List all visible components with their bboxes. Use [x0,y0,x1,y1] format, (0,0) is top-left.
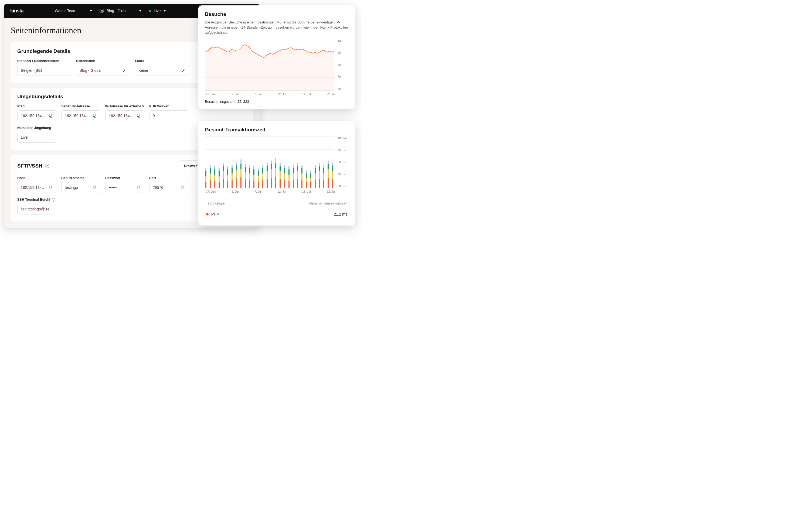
envname-label: Name der Umgebung [17,126,56,130]
bar [236,162,237,188]
chevron-down-icon [139,10,142,12]
bar [306,170,307,188]
bar [284,165,285,188]
bar [323,165,324,188]
help-icon[interactable]: ? [45,164,50,168]
help-icon[interactable]: ? [52,198,55,202]
y-tick: 60 ms [338,185,349,188]
location-field: Standort / Rechenzentrum Belgien (BE) [17,59,71,76]
sitename-edit[interactable]: Blog - Global [76,65,130,76]
visits-y-axis: 100 90 80 70 60 [337,39,349,90]
svg-rect-9 [93,186,95,188]
bar [231,165,232,188]
status-dot-icon [149,10,151,12]
trans-y-axis: 100 ms 90 ms 80 ms 70 ms 60 ms [337,136,349,188]
bar [258,168,259,188]
sitename-label: Seitenname [76,59,130,63]
sitename-field: Seitenname Blog - Global [76,59,130,76]
sitename-value: Blog - Global [80,68,101,73]
label-edit[interactable]: Keine [135,65,189,76]
port-label: Port [149,176,188,180]
team-selector[interactable]: Wetter-Team [55,8,92,13]
trans-x-axis: 27. Jun 2. Jul 7. Jul 12. Jul 17. Jul 22… [205,188,349,193]
label-field: Label Keine [135,59,189,76]
x-tick: 27. Jun [206,93,215,96]
workers-label: PHP Worker [149,104,188,108]
user-copy[interactable]: testingo [61,182,100,193]
copy-icon [136,114,141,118]
svg-rect-3 [93,114,95,116]
bar [267,163,268,188]
port-value: 29576 [153,185,163,190]
user-label: Benutzername [61,176,100,180]
copy-icon [49,114,53,118]
host-copy[interactable]: 162.159.134.42 [17,182,56,193]
label-label: Label [135,59,189,63]
bar [327,160,328,188]
brand-logo: kinsta [10,8,23,14]
bar [319,163,320,188]
svg-rect-11 [137,186,139,188]
legend-col-time: Gesamt-Transaktionszeit [308,201,347,205]
port-copy[interactable]: 29576 [149,182,188,193]
visits-x-axis: 27. Jun 2. Jul 7. Jul 12. Jul 17. Jul 22… [205,90,349,96]
bar [315,165,316,188]
workers-field: PHP Worker 9 [149,104,188,121]
sshcmd-label: SSH Terminal Befehl ? [17,198,56,202]
trans-legend: Technologie Gesamt-Transaktionszeit PHP … [205,198,349,220]
sshcmd-field: SSH Terminal Befehl ? ssh testingo@34.7.… [17,198,56,214]
bar [205,168,206,188]
svg-rect-1 [50,114,51,116]
pass-copy[interactable]: •••••• [105,182,144,193]
x-tick: 12. Jul [277,190,286,193]
x-tick: 17. Jul [302,93,311,96]
team-name: Wetter-Team [55,8,76,13]
copy-icon [93,185,97,190]
location-value-box: Belgien (BE) [17,65,71,76]
sshcmd-value: ssh testingo@34.7... [21,207,53,211]
extip-copy[interactable]: 162.159.134.42 [105,110,144,121]
bar [297,163,298,188]
svg-rect-7 [50,186,51,188]
extip-label: IP-Adresse für externe Verb [105,104,144,108]
y-tick: 90 ms [338,149,349,152]
siteip-copy[interactable]: 162.159.134.42 [61,110,100,121]
bar [332,163,333,188]
bar [240,159,242,188]
path-copy[interactable]: 162.159.134.42 [17,110,56,121]
x-tick: 2. Jul [231,190,239,193]
legend-name: PHP [211,212,219,216]
host-field: Host 162.159.134.42 [17,176,56,193]
extip-field: IP-Adresse für externe Verb 162.159.134.… [105,104,144,121]
bar [245,164,246,188]
sshcmd-copy[interactable]: ssh testingo@34.7... [17,204,56,214]
legend-value: 21.2 ms [334,212,347,216]
copy-icon [49,185,53,190]
pass-field: Passwort •••••• [105,176,144,193]
visits-card: Besuche Die Anzahl der Besuche in einem … [198,5,355,109]
edit-icon [182,69,185,72]
envname-field: Name der Umgebung Live [17,126,56,143]
chevron-down-icon [90,10,92,12]
bar [219,168,220,188]
pass-value: •••••• [109,185,117,190]
port-field: Port 29576 [149,176,188,193]
envname-value: Live [21,135,28,139]
bar [223,163,224,188]
workers-box: 9 [149,110,188,121]
bar [280,163,281,188]
x-tick: 22. Jul [327,93,335,96]
x-tick: 22. Jul [327,190,335,193]
y-tick: 70 [338,75,349,78]
svg-rect-13 [181,186,183,188]
pass-label: Passwort [105,176,144,180]
siteip-label: Seiten IP-Adresse [61,104,100,108]
visits-chart: 100 90 80 70 60 [205,39,349,90]
bar [310,170,312,188]
site-selector[interactable]: W Blog - Global [99,8,142,13]
x-tick: 17. Jul [302,190,311,193]
envname-box: Live [17,132,56,143]
env-name: Live [154,8,161,13]
env-selector[interactable]: Live [149,8,166,13]
basic-heading: Grundlegende Details [17,48,70,54]
